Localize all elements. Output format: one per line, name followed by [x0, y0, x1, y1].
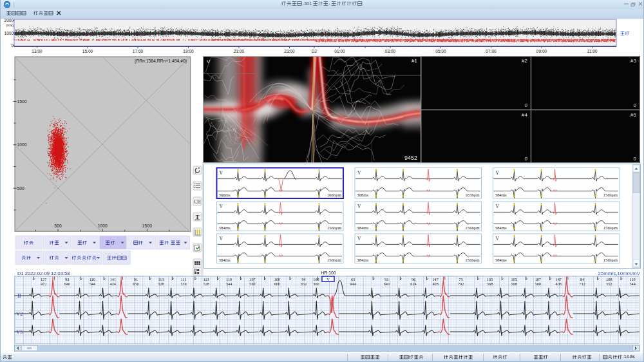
svg-text:108: 108: [606, 277, 612, 281]
svg-text:424: 424: [110, 281, 116, 286]
svg-text:V2: V2: [16, 310, 23, 317]
svg-text:09:00: 09:00: [536, 49, 547, 53]
svg-text:147: 147: [432, 277, 438, 281]
svg-text:93: 93: [65, 277, 69, 281]
svg-text:141: 141: [110, 277, 116, 281]
svg-text:156bpm: 156bpm: [327, 225, 342, 230]
svg-text:111: 111: [181, 277, 187, 281]
svg-text:408: 408: [432, 281, 438, 286]
svg-text:536: 536: [180, 281, 186, 286]
svg-text:105: 105: [511, 277, 516, 281]
svg-text:V: V: [496, 204, 500, 209]
svg-text:CH: CH: [194, 199, 201, 205]
svg-text:0: 0: [11, 43, 14, 48]
svg-text:384ms: 384ms: [219, 225, 231, 230]
svg-text:V: V: [357, 170, 361, 176]
svg-text:91: 91: [134, 277, 138, 281]
svg-text:-301: -301: [302, 1, 312, 6]
svg-text:V: V: [220, 236, 223, 242]
svg-text:#1: #1: [412, 58, 417, 64]
svg-text:156bpm: 156bpm: [465, 225, 480, 230]
svg-text:384ms: 384ms: [357, 258, 368, 262]
svg-text:V: V: [207, 59, 211, 64]
svg-text:640: 640: [64, 281, 70, 286]
svg-text:1500: 1500: [142, 224, 152, 228]
svg-text:384ms: 384ms: [495, 225, 507, 230]
svg-text:23:00: 23:00: [284, 49, 295, 53]
svg-text:15:00: 15:00: [82, 49, 93, 53]
svg-text:1000: 1000: [5, 31, 14, 35]
svg-text:V: V: [496, 170, 500, 176]
svg-text:384ms: 384ms: [219, 258, 231, 262]
svg-text:V: V: [220, 204, 223, 209]
svg-text:V: V: [496, 236, 500, 242]
svg-text:792: 792: [458, 281, 464, 286]
svg-text:147: 147: [556, 277, 562, 281]
svg-text:127: 127: [41, 277, 46, 281]
svg-text:544: 544: [90, 281, 95, 286]
svg-text:0: 0: [525, 102, 528, 108]
svg-text:93: 93: [384, 277, 388, 281]
svg-text:560: 560: [535, 281, 541, 286]
svg-text:944: 944: [350, 281, 355, 286]
svg-text:2000: 2000: [5, 18, 14, 23]
svg-text:384ms: 384ms: [357, 225, 368, 230]
svg-text:568: 568: [487, 281, 493, 286]
svg-text:0: 0: [634, 156, 637, 162]
svg-text:13:00: 13:00: [32, 49, 43, 53]
svg-text:II: II: [17, 292, 21, 299]
svg-text:03:00: 03:00: [385, 49, 396, 53]
svg-text:V5: V5: [16, 329, 23, 335]
svg-text:156bpm: 156bpm: [603, 258, 618, 262]
svg-text:712: 712: [580, 281, 585, 286]
svg-text:166bpm: 166bpm: [327, 193, 342, 197]
svg-text:17:00: 17:00: [133, 49, 144, 53]
svg-text:552: 552: [606, 281, 612, 286]
svg-text:19:00: 19:00: [183, 49, 194, 53]
svg-text:1500: 1500: [17, 99, 27, 104]
svg-text:640: 640: [384, 281, 390, 286]
svg-text:V: V: [357, 204, 361, 209]
svg-text:624: 624: [410, 281, 416, 286]
svg-text:0: 0: [525, 156, 528, 162]
svg-text:360ms: 360ms: [219, 193, 231, 197]
svg-text:0: 0: [634, 102, 637, 108]
svg-text:156bpm: 156bpm: [465, 258, 480, 262]
svg-text:#4: #4: [522, 112, 527, 118]
svg-text:107: 107: [249, 277, 255, 281]
svg-text:156bpm: 156bpm: [603, 225, 618, 230]
svg-text:HR:100: HR:100: [321, 271, 336, 275]
svg-text:11:00: 11:00: [587, 49, 598, 53]
svg-text:368ms: 368ms: [357, 193, 368, 197]
svg-text:500: 500: [17, 186, 25, 191]
svg-text:500: 500: [54, 224, 62, 228]
svg-text:110: 110: [226, 277, 232, 281]
svg-text:9452: 9452: [404, 155, 417, 161]
svg-text:528: 528: [204, 281, 209, 286]
svg-text:110: 110: [630, 277, 636, 281]
svg-text:84: 84: [580, 277, 584, 281]
svg-text:560: 560: [249, 281, 255, 286]
svg-text:100: 100: [274, 277, 280, 281]
svg-text:652: 652: [301, 281, 307, 286]
svg-text:V: V: [327, 277, 330, 281]
svg-text:107: 107: [535, 277, 541, 281]
svg-text:94: 94: [302, 277, 306, 281]
svg-text:528: 528: [158, 281, 164, 286]
svg-text:384ms: 384ms: [495, 258, 507, 262]
svg-text:V: V: [220, 170, 223, 176]
svg-text:D2: D2: [312, 49, 317, 53]
svg-text:384ms: 384ms: [495, 193, 507, 197]
svg-text:656: 656: [133, 281, 138, 286]
svg-text:544: 544: [226, 281, 232, 286]
svg-text:156bpm: 156bpm: [603, 193, 618, 197]
svg-text:07:00: 07:00: [486, 49, 497, 53]
svg-text:(RRn:1384,RRn+1:494,#0): (RRn:1384,RRn+1:494,#0): [135, 59, 187, 64]
svg-text::14.8s: :14.8s: [623, 354, 636, 359]
svg-text:T: T: [195, 214, 199, 220]
svg-text:600: 600: [274, 281, 280, 286]
svg-text:360: 360: [313, 281, 319, 286]
svg-text:75: 75: [459, 277, 463, 281]
svg-text:113: 113: [158, 277, 164, 281]
svg-text:63: 63: [351, 277, 355, 281]
